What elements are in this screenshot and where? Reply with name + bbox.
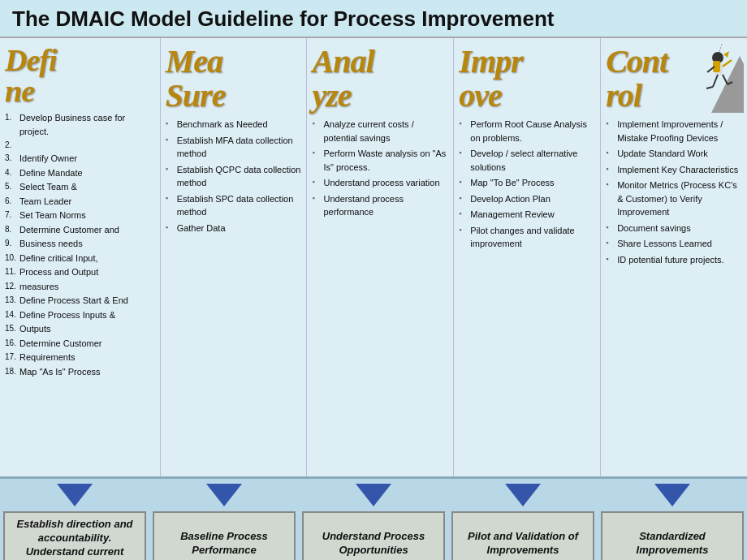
measure-title: MeaSure — [166, 45, 302, 113]
bottom-box-2: Baseline Process Performance — [153, 511, 296, 560]
list-item: ▪Implement Key Characteristics — [606, 163, 742, 177]
bottom-col-3: Understand Process Opportunities — [299, 484, 448, 560]
list-item: 4.Define Mandate — [5, 166, 155, 180]
bottom-label-3: Understand Process Opportunities — [310, 530, 437, 558]
list-item: ▪Establish SPC data collection method — [166, 192, 302, 219]
list-item: ▪Develop Action Plan — [459, 192, 595, 206]
bottom-col-5: Standardized Improvements — [598, 484, 747, 560]
main-area: Define 1.Develop Business case for proje… — [0, 38, 747, 476]
list-item: 8.Determine Customer and — [5, 223, 155, 237]
list-item: 14.Define Process Inputs & — [5, 308, 155, 322]
list-item: ▪Understand process performance — [312, 192, 448, 219]
list-item: 11.Process and Output — [5, 265, 155, 279]
list-item: ▪Gather Data — [166, 222, 302, 235]
analyze-title: Analyze — [312, 45, 448, 113]
bottom-col-1: Establish direction and accountability. … — [0, 484, 149, 560]
define-title: Define — [5, 45, 155, 106]
list-item: ▪Establish MFA data collection method — [166, 134, 302, 161]
analyze-list: ▪Analyze current costs / potential savin… — [312, 118, 448, 219]
list-item: 7.Set Team Norms — [5, 209, 155, 222]
bottom-box-3: Understand Process Opportunities — [302, 511, 445, 560]
list-item: ▪Document savings — [606, 222, 742, 235]
list-item: 10.Define critical Input, — [5, 252, 155, 265]
bottom-col-2: Baseline Process Performance — [149, 484, 299, 560]
list-item: ▪Monitor Metrics (Process KC's & Custome… — [606, 179, 742, 219]
arrow-icon-2 — [206, 484, 242, 506]
bottom-label-4: Pilot and Validation of Improvements — [460, 530, 586, 558]
list-item: ▪Update Standard Work — [606, 147, 742, 161]
list-item: ▪Benchmark as Needed — [166, 118, 302, 131]
list-item: ▪Perform Waste analysis on "As Is" proce… — [312, 147, 448, 174]
control-list: ▪Implement Improvements / Mistake Proofi… — [606, 118, 742, 266]
define-list: 1.Develop Business case for project. 2. … — [5, 111, 155, 378]
list-item: 3.Identify Owner — [5, 152, 155, 166]
control-title: Control — [606, 45, 742, 113]
list-item: ▪Implement Improvements / Mistake Proofi… — [606, 118, 742, 144]
list-item: ▪Establish QCPC data collection method — [166, 163, 302, 190]
list-item: 9.Business needs — [5, 237, 155, 251]
list-item: 12.measures — [5, 280, 155, 294]
bottom-box-5: Standardized Improvements — [601, 511, 744, 560]
list-item: ▪Management Review — [459, 208, 595, 222]
define-column: Define 1.Develop Business case for proje… — [0, 38, 161, 476]
list-item: 16.Determine Customer — [5, 337, 155, 351]
list-item: 5.Select Team & — [5, 180, 155, 194]
list-item: ▪Share Lessons Learned — [606, 237, 742, 251]
control-column: Control ▪Implement Improvements / Mistak… — [601, 38, 747, 476]
arrow-icon-1 — [57, 484, 93, 506]
list-item: ▪Analyze current costs / potential savin… — [312, 118, 448, 144]
list-item: ▪Map "To Be" Process — [459, 176, 595, 190]
bottom-box-1: Establish direction and accountability. … — [3, 511, 146, 560]
arrow-icon-5 — [654, 484, 690, 506]
measure-column: MeaSure ▪Benchmark as Needed ▪Establish … — [161, 38, 308, 476]
list-item: ▪Develop / select alternative solutions — [459, 147, 595, 174]
bottom-label-1: Establish direction and accountability. … — [11, 518, 138, 560]
bottom-label-2: Baseline Process Performance — [161, 530, 287, 558]
analyze-column: Analyze ▪Analyze current costs / potenti… — [307, 38, 454, 476]
improve-column: Improve ▪Perform Root Cause Analysis on … — [454, 38, 601, 476]
list-item: 13.Define Process Start & End — [5, 294, 155, 308]
list-item: 2. — [5, 139, 155, 151]
list-item: 15.Outputs — [5, 322, 155, 336]
bottom-box-4: Pilot and Validation of Improvements — [451, 511, 594, 560]
measure-list: ▪Benchmark as Needed ▪Establish MFA data… — [166, 118, 302, 235]
header: The DMAIC Model Guideline for Process Im… — [0, 0, 747, 38]
bottom-section: Establish direction and accountability. … — [0, 476, 747, 560]
improve-list: ▪Perform Root Cause Analysis on problems… — [459, 118, 595, 251]
bottom-label-5: Standardized Improvements — [609, 530, 736, 558]
arrow-icon-4 — [505, 484, 541, 506]
list-item: 18.Map "As Is" Process — [5, 365, 155, 379]
arrow-icon-3 — [356, 484, 391, 506]
list-item: ▪ID potential future projects. — [606, 253, 742, 267]
list-item: 17.Requirements — [5, 351, 155, 364]
page-title: The DMAIC Model Guideline for Process Im… — [12, 6, 735, 32]
list-item: 6.Team Leader — [5, 195, 155, 209]
list-item: ▪Pilot changes and validate improvement — [459, 224, 595, 251]
list-item: ▪Perform Root Cause Analysis on problems… — [459, 118, 595, 144]
list-item: 1.Develop Business case for project. — [5, 111, 155, 138]
bottom-col-4: Pilot and Validation of Improvements — [448, 484, 598, 560]
list-item: ▪Understand process variation — [312, 176, 448, 190]
improve-title: Improve — [459, 45, 595, 113]
